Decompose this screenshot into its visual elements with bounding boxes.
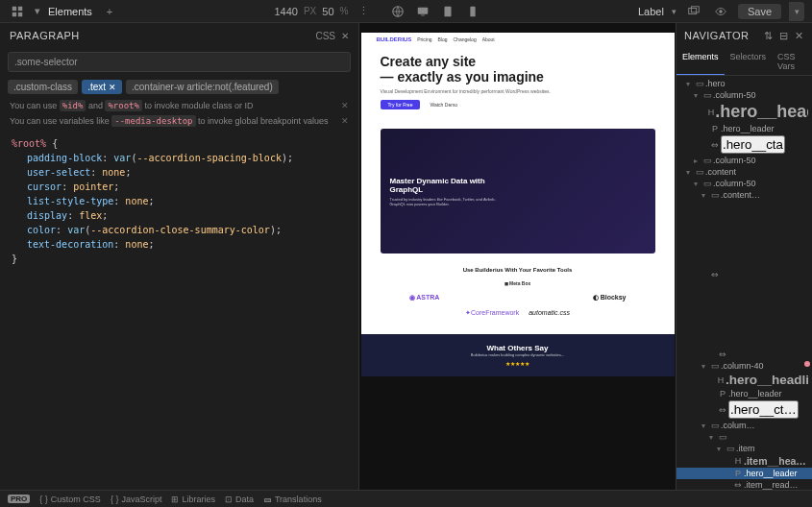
tree-row[interactable]: P.hero__leader: [677, 388, 812, 399]
libraries-tab[interactable]: ⊞ Libraries: [171, 495, 215, 504]
overlay-icon[interactable]: [684, 2, 703, 21]
element-tree[interactable]: ▾▭.hero▾▭.column-50H.hero__headlineP.her…: [677, 76, 812, 490]
data-tab[interactable]: ⊡ Data: [225, 495, 254, 504]
tree-row[interactable]: ▾▭.content: [677, 166, 812, 178]
svg-rect-10: [691, 6, 699, 12]
expand-icon[interactable]: ⇅: [762, 30, 774, 41]
svg-rect-6: [422, 14, 426, 15]
hint-close-icon[interactable]: ✕: [341, 101, 349, 110]
tree-row[interactable]: H.item__hea…: [677, 454, 812, 468]
tablet-icon[interactable]: [438, 2, 457, 21]
chevron-down-icon[interactable]: ▾: [35, 5, 40, 17]
tree-row[interactable]: P.hero__leader: [677, 123, 812, 134]
hint-row: You can use variables like --media-deskt…: [0, 113, 358, 129]
svg-rect-5: [418, 7, 429, 13]
svg-rect-8: [471, 6, 476, 16]
svg-point-11: [719, 10, 723, 13]
tree-row[interactable]: P.hero__leader: [677, 468, 812, 479]
add-element-icon[interactable]: +: [100, 2, 119, 21]
settings-icon[interactable]: ⊟: [777, 30, 789, 41]
preview-logo: BUILDERIUS: [377, 36, 412, 42]
tree-row[interactable]: ⇔.video-w…: [677, 201, 812, 349]
globe-icon[interactable]: [388, 2, 407, 21]
desktop-icon[interactable]: [413, 2, 432, 21]
zoom-value[interactable]: 50: [322, 6, 333, 17]
navigator-panel: NAVIGATOR ⇅ ⊟ ✕ Elements Selectors CSS V…: [676, 23, 812, 490]
close-panel-icon[interactable]: ✕: [341, 31, 349, 41]
tree-row[interactable]: ▾▭.content…: [677, 189, 812, 201]
svg-rect-9: [689, 8, 697, 13]
more-icon[interactable]: ⋮: [354, 2, 373, 21]
elements-label[interactable]: Elements: [48, 6, 92, 17]
selector-pills: .custom-class.text✕.container-w article:…: [0, 76, 358, 98]
tree-row[interactable]: ▸▭.column-50: [677, 155, 812, 166]
save-dropdown-icon[interactable]: ▾: [789, 2, 804, 21]
close-navigator-icon[interactable]: ✕: [793, 30, 804, 41]
viewport-width[interactable]: 1440: [274, 6, 297, 17]
svg-rect-7: [445, 6, 452, 16]
preview-frame: BUILDERIUS Pricing Blog Changelog About …: [361, 33, 675, 376]
css-panel: PARAGRAPH CSS ✕ .custom-class.text✕.cont…: [0, 23, 359, 490]
mobile-icon[interactable]: [463, 2, 482, 21]
tree-row[interactable]: ▾▭: [677, 431, 812, 443]
topbar: ▾ Elements + 1440 PX 50 % ⋮ Label ▾ Save…: [0, 0, 812, 23]
chevron-down-icon[interactable]: ▾: [672, 7, 677, 16]
javascript-tab[interactable]: { } JavaScript: [111, 495, 162, 504]
bottombar: PRO { } Custom CSS { } JavaScript ⊞ Libr…: [0, 490, 812, 507]
navigator-tabs: Elements Selectors CSS Vars: [677, 48, 812, 76]
svg-rect-1: [18, 6, 22, 10]
navigator-title: NAVIGATOR: [684, 30, 749, 41]
tree-row[interactable]: H.hero__headline: [677, 101, 812, 123]
selector-pill[interactable]: .text✕: [82, 80, 122, 94]
hint-row: You can use %id% and %root% to invoke mo…: [0, 98, 358, 113]
translations-tab[interactable]: 🝙 Translations: [263, 495, 322, 504]
selector-pill[interactable]: .container-w article:not(.featured): [126, 80, 279, 94]
panel-title: PARAGRAPH: [10, 30, 80, 41]
tree-row[interactable]: ▾▭.column-40: [677, 360, 812, 372]
tree-row[interactable]: ⇔.item__read…: [677, 479, 812, 490]
tree-row[interactable]: ▾▭.hero: [677, 78, 812, 89]
tab-elements[interactable]: Elements: [677, 48, 725, 75]
pro-badge: PRO: [8, 495, 30, 503]
svg-rect-2: [12, 12, 16, 15]
label-dropdown[interactable]: Label: [638, 6, 664, 17]
save-button[interactable]: Save: [738, 4, 781, 19]
tree-row[interactable]: ⇔: [677, 349, 812, 360]
hint-close-icon[interactable]: ✕: [341, 116, 349, 126]
svg-rect-0: [12, 6, 16, 10]
canvas[interactable]: BUILDERIUS Pricing Blog Changelog About …: [359, 23, 676, 490]
tree-row[interactable]: ▾▭.column-50: [677, 89, 812, 101]
tab-selectors[interactable]: Selectors: [725, 48, 773, 75]
svg-rect-3: [18, 12, 22, 15]
app-menu-icon[interactable]: [8, 2, 27, 21]
tree-row[interactable]: ⇔.hero__cta: [677, 134, 812, 155]
tree-row[interactable]: ⇔.hero__ct…: [677, 399, 812, 420]
css-toggle[interactable]: CSS: [315, 31, 335, 41]
tree-row[interactable]: ▾▭.colum…: [677, 420, 812, 431]
viewport-unit: PX: [304, 6, 316, 16]
selector-input[interactable]: [8, 52, 351, 72]
eye-icon[interactable]: [711, 2, 730, 21]
zoom-unit: %: [340, 6, 349, 16]
css-editor[interactable]: %root% {padding-block: var(--accordion-s…: [0, 129, 358, 490]
tree-row[interactable]: H.hero__headli…: [677, 372, 812, 388]
selector-pill[interactable]: .custom-class: [8, 80, 78, 94]
custom-css-tab[interactable]: { } Custom CSS: [39, 495, 101, 504]
pill-close-icon[interactable]: ✕: [109, 83, 116, 92]
tab-cssvars[interactable]: CSS Vars: [772, 48, 812, 75]
tree-row[interactable]: ▾▭.item: [677, 443, 812, 454]
tree-row[interactable]: ▾▭.column-50: [677, 178, 812, 189]
